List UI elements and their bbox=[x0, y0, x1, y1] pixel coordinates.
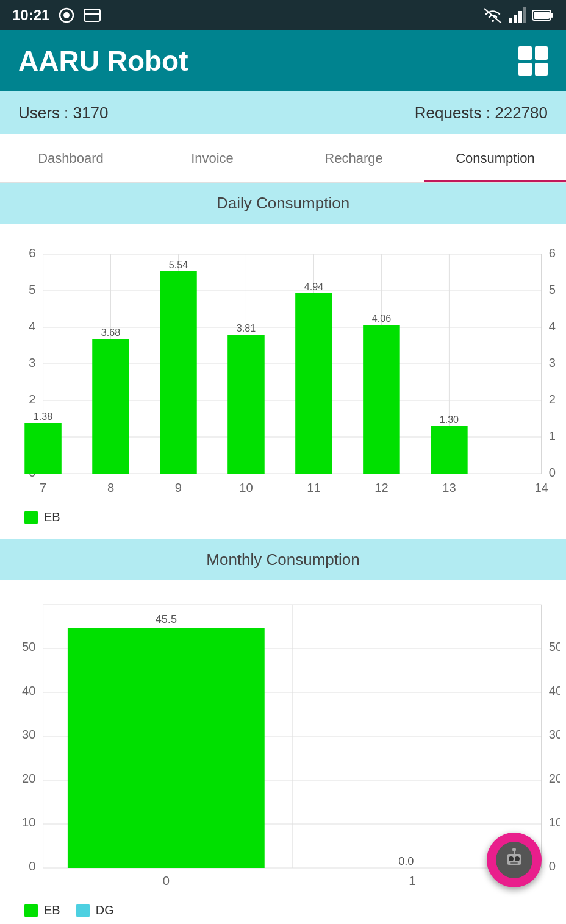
svg-rect-55 bbox=[227, 335, 265, 474]
svg-text:10: 10 bbox=[22, 816, 35, 829]
app-title: AARU Robot bbox=[18, 44, 188, 77]
wifi-icon bbox=[483, 7, 503, 23]
monthly-legend: EB DG bbox=[6, 897, 560, 924]
svg-rect-8 bbox=[523, 7, 526, 23]
svg-text:4.94: 4.94 bbox=[304, 281, 323, 292]
daily-legend: EB bbox=[6, 504, 560, 533]
monthly-chart: 0 10 20 30 40 50 0 10 20 30 40 50 0 1 45… bbox=[6, 592, 560, 897]
svg-text:20: 20 bbox=[22, 772, 35, 785]
tab-bar: Dashboard Invoice Recharge Consumption bbox=[0, 134, 566, 183]
legend-eb-label: EB bbox=[44, 510, 60, 524]
daily-chart: 0 1 2 3 4 5 6 0 1 2 3 4 5 6 7 8 9 10 11 … bbox=[6, 236, 560, 504]
svg-text:0.0: 0.0 bbox=[398, 855, 414, 867]
svg-text:10: 10 bbox=[549, 816, 560, 829]
svg-text:3.81: 3.81 bbox=[237, 322, 256, 333]
circle-icon bbox=[58, 7, 75, 24]
svg-text:3.68: 3.68 bbox=[101, 327, 120, 338]
app-bar: AARU Robot bbox=[0, 30, 566, 91]
svg-text:50: 50 bbox=[549, 640, 560, 653]
monthly-chart-svg: 0 10 20 30 40 50 0 10 20 30 40 50 0 1 45… bbox=[6, 592, 560, 897]
stats-bar: Users : 3170 Requests : 222780 bbox=[0, 91, 566, 134]
svg-text:6: 6 bbox=[29, 246, 35, 260]
svg-text:11: 11 bbox=[307, 481, 320, 494]
svg-rect-57 bbox=[295, 293, 332, 474]
svg-rect-59 bbox=[363, 325, 400, 474]
card-icon bbox=[84, 9, 101, 22]
svg-text:8: 8 bbox=[107, 481, 114, 494]
svg-text:0: 0 bbox=[549, 859, 556, 873]
svg-point-92 bbox=[509, 856, 514, 861]
monthly-chart-container: 0 10 20 30 40 50 0 10 20 30 40 50 0 1 45… bbox=[0, 580, 566, 924]
svg-text:3: 3 bbox=[549, 356, 556, 369]
svg-text:1: 1 bbox=[409, 874, 415, 887]
svg-text:0: 0 bbox=[549, 466, 556, 479]
monthly-section-header: Monthly Consumption bbox=[0, 539, 566, 580]
tab-invoice[interactable]: Invoice bbox=[142, 134, 283, 182]
fab-button[interactable] bbox=[487, 833, 542, 887]
svg-rect-94 bbox=[510, 862, 518, 864]
svg-text:2: 2 bbox=[549, 393, 556, 406]
svg-text:4.06: 4.06 bbox=[372, 313, 391, 324]
svg-rect-49 bbox=[24, 423, 62, 474]
legend-monthly-eb-label: EB bbox=[44, 903, 60, 917]
svg-rect-7 bbox=[518, 11, 522, 23]
svg-text:13: 13 bbox=[442, 481, 456, 494]
svg-text:3: 3 bbox=[29, 356, 35, 369]
svg-text:40: 40 bbox=[22, 684, 35, 697]
svg-rect-61 bbox=[431, 426, 468, 474]
tab-recharge[interactable]: Recharge bbox=[283, 134, 424, 182]
status-bar: 10:21 bbox=[0, 0, 566, 30]
svg-point-93 bbox=[515, 856, 520, 861]
daily-chart-svg: 0 1 2 3 4 5 6 0 1 2 3 4 5 6 7 8 9 10 11 … bbox=[6, 236, 560, 504]
users-stat: Users : 3170 bbox=[18, 104, 108, 123]
battery-icon bbox=[532, 9, 554, 22]
svg-point-1 bbox=[63, 12, 70, 18]
svg-text:4: 4 bbox=[29, 319, 35, 333]
daily-section-header: Daily Consumption bbox=[0, 183, 566, 224]
svg-text:5: 5 bbox=[29, 283, 35, 296]
svg-text:1: 1 bbox=[549, 429, 556, 442]
svg-rect-87 bbox=[68, 628, 265, 868]
tab-consumption[interactable]: Consumption bbox=[424, 134, 566, 182]
svg-rect-5 bbox=[509, 18, 512, 23]
svg-text:0: 0 bbox=[163, 874, 170, 887]
svg-text:40: 40 bbox=[549, 684, 560, 697]
svg-text:50: 50 bbox=[22, 640, 35, 653]
svg-text:30: 30 bbox=[549, 728, 560, 741]
fab-robot-icon bbox=[496, 842, 532, 878]
svg-rect-6 bbox=[514, 15, 517, 23]
svg-rect-53 bbox=[160, 271, 197, 474]
svg-text:4: 4 bbox=[549, 319, 556, 333]
status-time: 10:21 bbox=[12, 7, 49, 24]
requests-stat: Requests : 222780 bbox=[415, 104, 548, 123]
svg-point-96 bbox=[512, 848, 516, 851]
svg-rect-51 bbox=[92, 339, 129, 474]
tab-dashboard[interactable]: Dashboard bbox=[0, 134, 142, 182]
svg-text:45.5: 45.5 bbox=[156, 613, 177, 625]
svg-text:5.54: 5.54 bbox=[169, 259, 188, 270]
svg-text:10: 10 bbox=[239, 481, 253, 494]
svg-text:14: 14 bbox=[535, 481, 548, 494]
legend-monthly-dg-label: DG bbox=[96, 903, 114, 917]
svg-text:6: 6 bbox=[549, 246, 556, 260]
svg-text:7: 7 bbox=[40, 481, 46, 494]
svg-text:1.38: 1.38 bbox=[34, 411, 52, 422]
legend-monthly-eb-box bbox=[24, 904, 38, 917]
grid-menu-icon[interactable] bbox=[518, 46, 548, 76]
svg-rect-10 bbox=[551, 13, 553, 18]
daily-chart-container: 0 1 2 3 4 5 6 0 1 2 3 4 5 6 7 8 9 10 11 … bbox=[0, 224, 566, 539]
svg-text:20: 20 bbox=[549, 772, 560, 785]
svg-text:30: 30 bbox=[22, 728, 35, 741]
signal-icon bbox=[509, 7, 526, 23]
svg-text:1.30: 1.30 bbox=[440, 414, 459, 425]
svg-text:9: 9 bbox=[175, 481, 182, 494]
svg-rect-11 bbox=[534, 12, 550, 19]
svg-rect-3 bbox=[84, 13, 100, 15]
legend-eb-box bbox=[24, 511, 38, 524]
svg-text:5: 5 bbox=[549, 283, 556, 296]
robot-icon bbox=[501, 847, 528, 873]
svg-text:12: 12 bbox=[374, 481, 388, 494]
svg-text:2: 2 bbox=[29, 393, 35, 406]
svg-text:0: 0 bbox=[29, 859, 35, 873]
legend-monthly-dg-box bbox=[76, 904, 90, 917]
